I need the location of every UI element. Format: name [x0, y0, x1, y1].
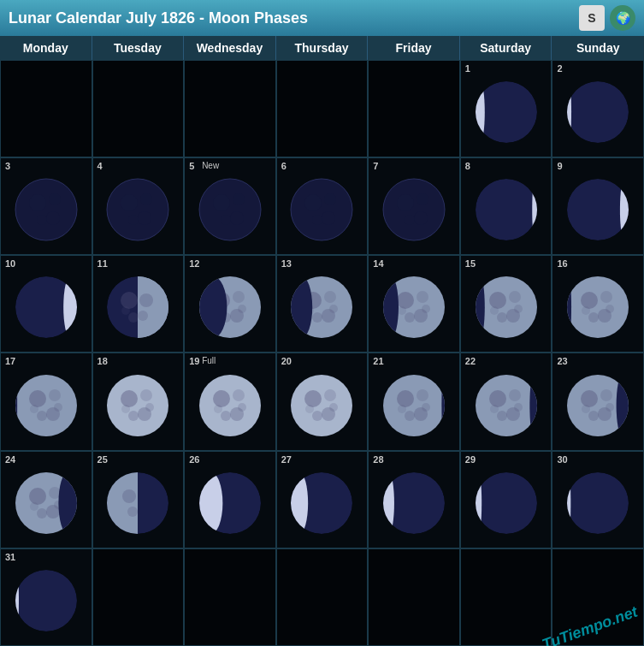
day-number: 25 [97, 454, 108, 465]
svg-point-68 [238, 305, 246, 313]
day-header-saturday: Saturday [460, 36, 552, 60]
day-number: 2 [557, 63, 562, 74]
svg-point-195 [567, 472, 570, 534]
svg-point-104 [606, 305, 614, 313]
calendar-cell-14: 14 [368, 255, 460, 353]
svg-point-55 [128, 312, 139, 323]
calendar-cell-15: 15 [460, 255, 552, 353]
svg-point-150 [476, 375, 537, 436]
day-header-sunday: Sunday [552, 36, 644, 60]
moon-phase-image [565, 373, 630, 438]
svg-point-102 [588, 312, 599, 323]
svg-point-109 [29, 390, 46, 407]
svg-point-86 [422, 305, 430, 313]
svg-point-147 [398, 405, 406, 413]
moon-phase-image [14, 275, 79, 340]
svg-point-96 [490, 306, 499, 315]
svg-point-76 [324, 291, 336, 303]
calendar-cell-26: 26 [184, 451, 276, 548]
calendar-cell-20: 20 [276, 353, 369, 450]
svg-point-70 [199, 276, 227, 338]
day-number: 9 [557, 161, 562, 171]
svg-point-32 [324, 193, 336, 205]
svg-point-128 [221, 411, 231, 421]
day-header-wednesday: Wednesday [184, 36, 276, 60]
svg-point-186 [291, 472, 308, 534]
svg-point-114 [30, 405, 38, 413]
calendar-cell-3: 3 [0, 157, 92, 255]
moon-phase-image [14, 373, 79, 438]
calendar-cell-empty-0 [0, 60, 92, 157]
day-number: 7 [373, 161, 378, 171]
svg-point-191 [476, 472, 537, 534]
svg-point-115 [15, 375, 17, 436]
svg-point-121 [140, 389, 152, 401]
svg-rect-59 [138, 276, 168, 338]
day-header-tuesday: Tuesday [92, 36, 185, 60]
svg-point-25 [233, 193, 245, 205]
moon-phase-image [105, 275, 170, 340]
svg-point-164 [606, 403, 614, 412]
svg-point-134 [304, 390, 322, 407]
calendar-cell-empty-1 [92, 60, 185, 157]
day-header-thursday: Thursday [276, 36, 369, 60]
svg-point-42 [476, 179, 537, 240]
day-number: 19 [189, 356, 199, 366]
calendar-cell-28: 28 [368, 451, 460, 548]
day-number: 18 [97, 356, 108, 366]
svg-point-23 [230, 211, 244, 225]
calendar-cell-22: 22 [460, 353, 552, 450]
svg-point-137 [324, 389, 336, 401]
svg-point-174 [30, 502, 38, 511]
day-number: 5 [189, 161, 194, 171]
calendar-cell-23: 23 [552, 353, 644, 450]
svg-point-106 [567, 276, 571, 338]
svg-point-49 [63, 276, 77, 338]
moon-phase-image [474, 471, 539, 536]
day-number: 27 [281, 454, 292, 465]
calendar-cell-empty-36 [92, 548, 185, 646]
svg-point-198 [15, 570, 19, 631]
svg-point-117 [107, 375, 168, 436]
calendar-cell-24: 24 [0, 451, 92, 548]
calendar-cell-19: 19Full [184, 353, 276, 450]
svg-point-18 [140, 193, 152, 205]
svg-point-145 [417, 389, 428, 401]
svg-point-129 [233, 389, 245, 401]
svg-point-95 [514, 305, 523, 313]
moon-phase-image [198, 275, 263, 340]
moon-phase-image [289, 275, 354, 340]
moon-phase-image [198, 177, 263, 242]
day-number: 21 [373, 356, 383, 366]
calendar-cell-empty-40 [460, 548, 552, 646]
day-number: 3 [5, 161, 10, 171]
svg-point-30 [322, 211, 335, 225]
calendar-cell-21: 21 [368, 353, 460, 450]
moon-phase-image [14, 177, 79, 242]
svg-point-77 [329, 305, 338, 313]
svg-point-22 [213, 194, 230, 211]
day-number: 22 [465, 356, 476, 366]
svg-point-67 [233, 291, 245, 303]
calendar-cell-11: 11 [92, 255, 185, 353]
day-number: 31 [5, 552, 15, 562]
calendar-cell-17: 17 [0, 353, 92, 450]
svg-point-2 [476, 81, 485, 143]
svg-point-160 [581, 390, 598, 407]
moon-phase-image [565, 275, 630, 340]
svg-point-4 [567, 81, 629, 143]
svg-point-60 [139, 293, 153, 307]
days-header: MondayTuesdayWednesdayThursdayFridaySatu… [0, 36, 644, 60]
svg-rect-178 [107, 472, 138, 534]
day-number: 12 [189, 258, 199, 269]
calendar-cell-2: 2 [552, 60, 644, 157]
svg-point-87 [398, 306, 406, 315]
svg-point-61 [138, 311, 148, 321]
calendar-cell-25: 25 [92, 451, 185, 548]
day-number: 4 [97, 161, 103, 171]
svg-point-29 [304, 194, 322, 211]
moon-phase-image [381, 177, 446, 242]
svg-point-131 [214, 405, 222, 413]
calendar-cell-empty-37 [184, 548, 276, 646]
svg-point-85 [417, 291, 428, 303]
